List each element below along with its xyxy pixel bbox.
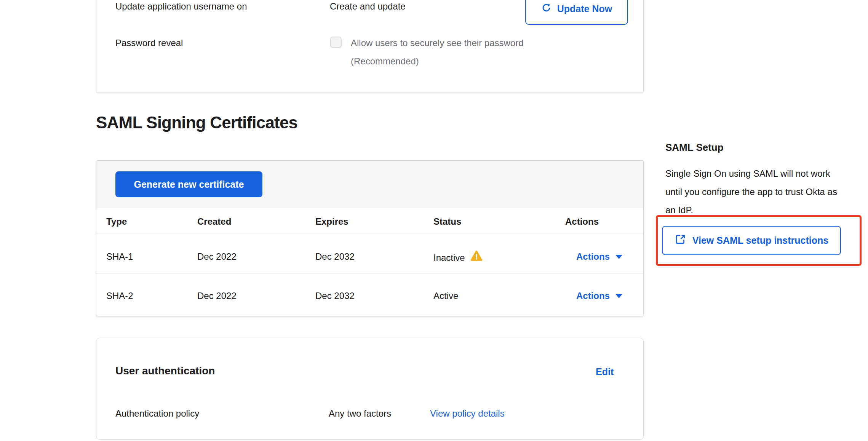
password-reveal-checkbox[interactable] bbox=[330, 37, 342, 48]
saml-certificates-heading: SAML Signing Certificates bbox=[96, 113, 297, 132]
status-badge: Inactive bbox=[433, 252, 465, 263]
edit-link[interactable]: Edit bbox=[596, 366, 614, 377]
cert-created: Dec 2022 bbox=[197, 251, 237, 262]
update-now-button[interactable]: Update Now bbox=[525, 0, 628, 25]
table-row: SHA-1 Dec 2022 Dec 2032 Inactive Actions bbox=[96, 235, 643, 273]
authentication-policy-value: Any two factors bbox=[329, 408, 391, 419]
red-highlight-annotation: View SAML setup instructions bbox=[656, 215, 862, 266]
cert-type: SHA-1 bbox=[106, 251, 133, 262]
column-header-actions: Actions bbox=[565, 216, 599, 227]
cert-created: Dec 2022 bbox=[197, 291, 237, 301]
actions-dropdown[interactable]: Actions bbox=[576, 251, 622, 262]
actions-label: Actions bbox=[576, 251, 610, 262]
generate-certificate-button[interactable]: Generate new certificate bbox=[115, 171, 262, 197]
saml-certificates-card: Generate new certificate Type Created Ex… bbox=[96, 160, 644, 316]
actions-dropdown[interactable]: Actions bbox=[576, 291, 622, 301]
view-saml-setup-instructions-button[interactable]: View SAML setup instructions bbox=[662, 226, 841, 255]
update-now-label: Update Now bbox=[557, 3, 612, 14]
table-row: SHA-2 Dec 2022 Dec 2032 Active Actions bbox=[96, 274, 643, 316]
refresh-icon bbox=[541, 3, 551, 15]
column-header-created: Created bbox=[197, 216, 231, 227]
column-header-status: Status bbox=[433, 216, 461, 227]
caret-down-icon bbox=[615, 294, 622, 298]
cert-type: SHA-2 bbox=[106, 291, 133, 301]
cert-expires: Dec 2032 bbox=[315, 251, 355, 262]
status-badge: Active bbox=[433, 291, 458, 301]
sign-on-settings-card: Update application username on Create an… bbox=[96, 0, 644, 93]
view-policy-details-link[interactable]: View policy details bbox=[430, 408, 505, 419]
warning-triangle-icon bbox=[470, 250, 483, 264]
password-reveal-label: Password reveal bbox=[115, 38, 183, 48]
saml-setup-description: Single Sign On using SAML will not work … bbox=[665, 165, 848, 219]
table-header-row: Type Created Expires Status Actions bbox=[96, 208, 643, 234]
actions-label: Actions bbox=[576, 291, 610, 301]
user-authentication-heading: User authentication bbox=[115, 365, 215, 377]
column-header-expires: Expires bbox=[315, 216, 348, 227]
view-saml-setup-instructions-label: View SAML setup instructions bbox=[692, 235, 828, 246]
user-authentication-card: User authentication Edit Authentication … bbox=[96, 338, 644, 440]
external-link-icon bbox=[675, 233, 686, 248]
authentication-policy-label: Authentication policy bbox=[115, 408, 199, 419]
caret-down-icon bbox=[615, 255, 622, 259]
column-header-type: Type bbox=[106, 216, 127, 227]
saml-setup-heading: SAML Setup bbox=[665, 142, 724, 153]
password-reveal-checkbox-label: Allow users to securely see their passwo… bbox=[351, 38, 524, 48]
cert-expires: Dec 2032 bbox=[315, 291, 355, 301]
username-update-label: Update application username on bbox=[115, 1, 247, 12]
password-reveal-recommended-label: (Recommended) bbox=[351, 56, 419, 67]
username-update-value: Create and update bbox=[330, 1, 406, 12]
